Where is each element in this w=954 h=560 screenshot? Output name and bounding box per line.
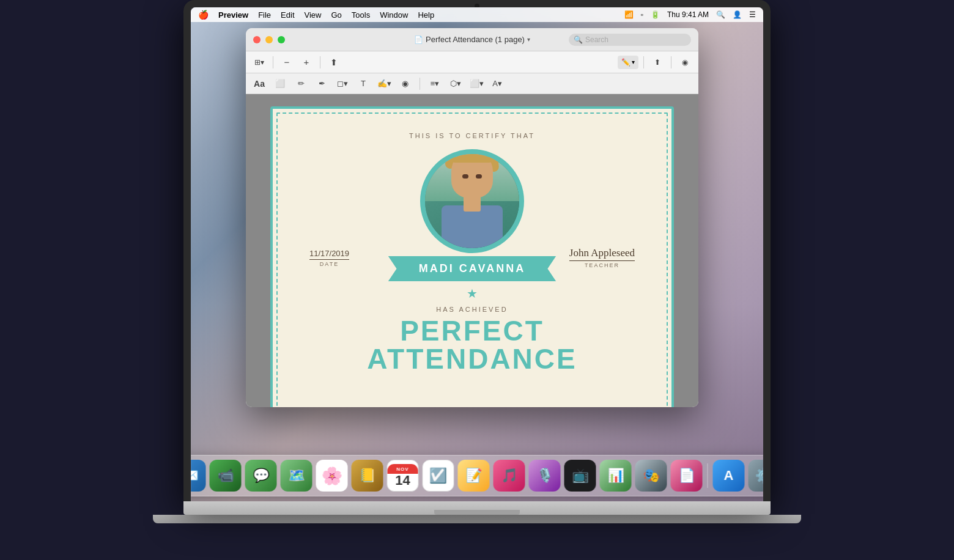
dock-app-messages[interactable]: 💬	[245, 460, 277, 492]
menubar-left: 🍎 Preview File Edit View Go Tools Window…	[198, 10, 434, 20]
dock-app-photos[interactable]: 🌸	[316, 460, 348, 492]
menubar: 🍎 Preview File Edit View Go Tools Window…	[191, 7, 763, 22]
annotation-toolbar: Aa ⬜ ✏ ✒ ◻▾ T ✍▾ ◉ ≡▾ ⬡▾ ⬜▾ A▾	[246, 73, 698, 94]
lines-button[interactable]: ≡▾	[426, 76, 443, 92]
desktop: 🍎 Preview File Edit View Go Tools Window…	[191, 7, 763, 501]
cert-teacher-label: TEACHER	[569, 262, 635, 268]
dock-app-maps[interactable]: 🗺️	[281, 460, 312, 492]
sketch-button[interactable]: ✏	[292, 76, 309, 92]
draw-button[interactable]: ✒	[313, 76, 330, 92]
dock-app-podcasts[interactable]: 🎙️	[529, 460, 561, 492]
dock-app-calendar[interactable]: NOV 14	[387, 460, 419, 492]
close-button[interactable]	[253, 36, 261, 43]
menu-window[interactable]: Window	[380, 10, 408, 20]
separator-4	[671, 56, 671, 68]
menu-go[interactable]: Go	[331, 10, 341, 20]
cert-ribbon: MADI CAVANNA	[388, 256, 556, 281]
zoom-in-button[interactable]: +	[298, 55, 315, 70]
menu-file[interactable]: File	[258, 10, 271, 20]
laptop-base	[183, 501, 771, 515]
list-icon[interactable]: ☰	[749, 10, 756, 19]
search-icon: 🔍	[574, 35, 583, 44]
clock: Thu 9:41 AM	[667, 10, 709, 19]
selection-button[interactable]: ⬜	[272, 76, 289, 92]
dock: 🚀 🧭 ✉️ 📹 💬 🗺️ 🌸	[191, 455, 763, 496]
ann-separator-1	[420, 78, 420, 90]
app-name: Preview	[218, 10, 248, 20]
view-buttons: ⊞▾	[251, 55, 268, 70]
view-mode-button[interactable]: ⊞▾	[251, 55, 268, 70]
laptop-bottom-bar	[153, 515, 801, 523]
window-titlebar: 📄 Perfect Attendance (1 page) ▾ 🔍 Search	[246, 28, 698, 51]
cert-date-label: DATE	[309, 261, 349, 267]
markup-toggle[interactable]: ✏️ ▾	[618, 56, 638, 69]
dock-app-notes[interactable]: 📝	[458, 460, 490, 492]
dock-app-appstore[interactable]: A	[713, 460, 745, 492]
text-tool-button[interactable]: Aa	[251, 76, 268, 92]
search-menubar-icon[interactable]: 🔍	[716, 10, 725, 19]
dock-app-keynote[interactable]: 🎭	[635, 460, 667, 492]
signature-button[interactable]: ✍▾	[375, 76, 393, 92]
zoom-out-button[interactable]: −	[278, 55, 295, 70]
document-icon: 📄	[414, 35, 423, 44]
dock-separator	[708, 463, 708, 488]
border-button[interactable]: ⬡▾	[447, 76, 464, 92]
pen-icon: ✏️	[621, 58, 630, 67]
screen-icon: ▫	[641, 10, 643, 19]
shapes-button[interactable]: ◻▾	[334, 76, 351, 92]
battery-icon: 🔋	[651, 10, 660, 19]
menu-view[interactable]: View	[305, 10, 322, 20]
preview-window: 📄 Perfect Attendance (1 page) ▾ 🔍 Search…	[246, 28, 698, 407]
cert-star: ★	[467, 286, 478, 301]
laptop-notch	[434, 510, 520, 515]
share-button[interactable]: ⬆	[325, 55, 342, 70]
dock-app-tv[interactable]: 📺	[564, 460, 596, 492]
cert-main-title: PERFECT ATTENDANCE	[297, 317, 647, 373]
note-button[interactable]: ◉	[396, 76, 413, 92]
menu-tools[interactable]: Tools	[352, 10, 370, 20]
cert-has-achieved: HAS ACHIEVED	[436, 306, 508, 313]
traffic-lights	[253, 36, 285, 43]
separator-3	[643, 56, 644, 68]
fullscreen-button[interactable]	[278, 36, 285, 43]
minimize-button[interactable]	[265, 36, 273, 43]
cert-teacher-block: John Appleseed TEACHER	[569, 247, 635, 268]
separator-1	[273, 56, 273, 68]
menubar-right: 📶 ▫ 🔋 Thu 9:41 AM 🔍 👤 ☰	[624, 10, 756, 19]
share-btn-2[interactable]: ⬆	[649, 55, 666, 70]
screen-bezel: 🍎 Preview File Edit View Go Tools Window…	[183, 0, 771, 501]
dock-app-systemprefs[interactable]: ⚙️	[749, 460, 764, 492]
title-chevron: ▾	[527, 36, 530, 43]
apple-menu[interactable]: 🍎	[198, 10, 209, 20]
cert-date-block: 11/17/2019 DATE	[309, 249, 349, 267]
account-icon[interactable]: 👤	[733, 10, 742, 19]
separator-2	[320, 56, 320, 68]
text-box-button[interactable]: T	[355, 76, 372, 92]
dock-app-contacts[interactable]: 📒	[352, 460, 383, 492]
window-toolbar: ⊞▾ − + ⬆ ✏️ ▾ ⬆ ◉	[246, 51, 698, 73]
search-field[interactable]: 🔍 Search	[569, 34, 691, 46]
certificate: THIS IS TO CERTIFY THAT	[270, 106, 674, 407]
menu-edit[interactable]: Edit	[281, 10, 294, 20]
dock-app-reminders[interactable]: ☑️	[423, 460, 454, 492]
laptop: 🍎 Preview File Edit View Go Tools Window…	[141, 0, 813, 560]
dock-app-mail[interactable]: ✉️	[191, 460, 206, 492]
cert-photo	[420, 149, 524, 253]
fill-button[interactable]: ⬜▾	[468, 76, 485, 92]
dock-app-numbers[interactable]: 📊	[600, 460, 632, 492]
dock-app-music[interactable]: 🎵	[494, 460, 525, 492]
wifi-icon: 📶	[624, 10, 634, 19]
accessibility-button[interactable]: ◉	[676, 55, 693, 70]
dock-app-pages[interactable]: 📄	[671, 460, 703, 492]
cert-subtitle: THIS IS TO CERTIFY THAT	[409, 132, 535, 139]
document-area: THIS IS TO CERTIFY THAT	[246, 94, 698, 407]
markup-chevron: ▾	[632, 59, 635, 65]
dock-app-facetime[interactable]: 📹	[210, 460, 242, 492]
menu-help[interactable]: Help	[418, 10, 434, 20]
cert-teacher-name: John Appleseed	[569, 247, 635, 261]
window-title: 📄 Perfect Attendance (1 page) ▾	[414, 35, 530, 44]
text-style-button[interactable]: A▾	[489, 76, 506, 92]
cert-date: 11/17/2019	[309, 249, 349, 260]
